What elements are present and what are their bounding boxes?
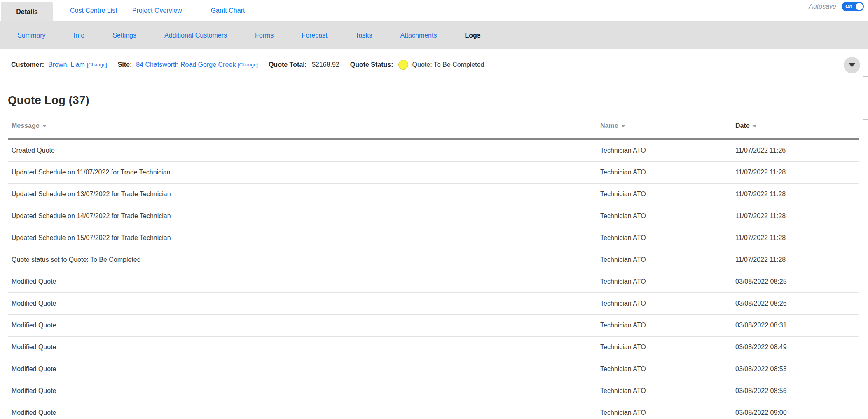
- column-header-message[interactable]: Message: [8, 122, 600, 129]
- sort-arrow-icon: [753, 125, 757, 127]
- cell-date: 11/07/2022 11:28: [735, 234, 859, 242]
- Technician ATO: Modified Quote Technician ATO 03/08/2022…: [8, 315, 859, 337]
- Technician ATO: Updated Schedule on 14/07/2022 for Trade…: [8, 205, 859, 227]
- quote-info-bar: Customer: Brown, Liam [Change] Site: 84 …: [0, 49, 868, 80]
- cell-message: Updated Schedule on 11/07/2022 for Trade…: [8, 169, 600, 176]
- cell-message: Modified Quote: [8, 278, 600, 285]
- quote-status-value: Quote: To Be Completed: [412, 61, 484, 68]
- table-header-row: Message Name Date: [8, 122, 859, 140]
- cell-name: Technician ATO: [600, 234, 735, 242]
- Technician ATO: Modified Quote Technician ATO 03/08/2022…: [8, 271, 859, 293]
- cell-name: Technician ATO: [600, 256, 735, 264]
- cell-date: 03/08/2022 09:00: [735, 409, 859, 417]
- column-header-date-label: Date: [735, 122, 750, 129]
- tab-project-overview[interactable]: Project Overview: [132, 0, 182, 21]
- quote-total-value: $2168.92: [312, 61, 339, 68]
- tab-cost-centre-list[interactable]: Cost Centre List: [70, 0, 117, 21]
- autosave-control: Autosave On: [809, 2, 864, 11]
- Technician ATO: Modified Quote Technician ATO 03/08/2022…: [8, 402, 859, 419]
- sort-arrow-icon: [42, 125, 47, 127]
- status-dot-icon: [398, 60, 408, 70]
- subtab-info[interactable]: Info: [73, 32, 84, 39]
- subtab-tasks[interactable]: Tasks: [356, 32, 372, 39]
- scrollbar-track[interactable]: [863, 75, 868, 419]
- page-title: Quote Log (37): [8, 93, 868, 107]
- cell-name: Technician ATO: [600, 344, 735, 351]
- cell-name: Technician ATO: [600, 409, 735, 417]
- cell-date: 03/08/2022 08:49: [735, 344, 859, 351]
- cell-name: Technician ATO: [600, 169, 735, 176]
- quote-total-label: Quote Total:: [269, 61, 307, 68]
- cell-date: 11/07/2022 11:28: [735, 256, 859, 264]
- cell-message: Modified Quote: [8, 300, 600, 307]
- Technician ATO: Modified Quote Technician ATO 03/08/2022…: [8, 337, 859, 358]
- subtab-settings[interactable]: Settings: [112, 32, 136, 39]
- cell-message: Modified Quote: [8, 365, 600, 373]
- Technician ATO: Modified Quote Technician ATO 03/08/2022…: [8, 380, 859, 402]
- autosave-state-label: On: [845, 4, 852, 9]
- quote-log-table: Message Name Date Created Quote Technici…: [8, 122, 859, 419]
- customer-link[interactable]: Brown, Liam: [48, 61, 85, 68]
- cell-name: Technician ATO: [600, 387, 735, 395]
- cell-message: Updated Schedule on 13/07/2022 for Trade…: [8, 191, 600, 198]
- quote-log-section: Quote Log (37) Message Name Date Created…: [0, 93, 868, 419]
- column-header-name-label: Name: [600, 122, 618, 129]
- tab-gantt-chart[interactable]: Gantt Chart: [211, 0, 245, 21]
- cell-name: Technician ATO: [600, 300, 735, 307]
- sub-tab-bar: SummaryInfoSettingsAdditional CustomersF…: [0, 21, 868, 49]
- cell-date: 03/08/2022 08:53: [735, 365, 859, 373]
- Technician ATO: Modified Quote Technician ATO 03/08/2022…: [8, 358, 859, 380]
- subtab-forms[interactable]: Forms: [255, 32, 274, 39]
- subtab-forecast[interactable]: Forecast: [302, 32, 327, 39]
- cell-message: Modified Quote: [8, 409, 600, 417]
- quote-status-label: Quote Status:: [350, 61, 393, 68]
- Technician ATO: Quote status set to Quote: To Be Complet…: [8, 249, 859, 271]
- cell-date: 03/08/2022 08:56: [735, 387, 859, 395]
- scrollbar-thumb[interactable]: [863, 76, 868, 120]
- cell-date: 03/08/2022 08:31: [735, 322, 859, 329]
- cell-message: Updated Schedule on 14/07/2022 for Trade…: [8, 212, 600, 220]
- autosave-label: Autosave: [809, 3, 836, 10]
- cell-name: Technician ATO: [600, 191, 735, 198]
- column-header-date[interactable]: Date: [735, 122, 859, 129]
- site-change-link[interactable]: [Change]: [238, 62, 258, 68]
- column-header-name[interactable]: Name: [600, 122, 735, 129]
- subtab-summary[interactable]: Summary: [17, 32, 45, 39]
- cell-date: 03/08/2022 08:25: [735, 278, 859, 285]
- Technician ATO: Modified Quote Technician ATO 03/08/2022…: [8, 293, 859, 315]
- toggle-knob-icon: [856, 3, 863, 10]
- subtab-additional-customers[interactable]: Additional Customers: [164, 32, 227, 39]
- autosave-toggle[interactable]: On: [842, 2, 864, 11]
- site-label: Site:: [118, 61, 132, 68]
- collapse-panel-button[interactable]: [844, 57, 860, 73]
- cell-name: Technician ATO: [600, 212, 735, 220]
- top-tab-bar: DetailsCost Centre ListProject OverviewG…: [0, 0, 868, 21]
- customer-change-link[interactable]: [Change]: [87, 62, 107, 68]
- cell-message: Created Quote: [8, 147, 600, 154]
- Technician ATO: Updated Schedule on 15/07/2022 for Trade…: [8, 227, 859, 249]
- Technician ATO: Updated Schedule on 13/07/2022 for Trade…: [8, 184, 859, 205]
- subtab-logs[interactable]: Logs: [465, 32, 480, 39]
- cell-date: 11/07/2022 11:28: [735, 191, 859, 198]
- customer-label: Customer:: [11, 61, 44, 68]
- cell-name: Technician ATO: [600, 278, 735, 285]
- cell-name: Technician ATO: [600, 147, 735, 154]
- Technician ATO: Updated Schedule on 11/07/2022 for Trade…: [8, 162, 859, 184]
- cell-name: Technician ATO: [600, 365, 735, 373]
- column-header-message-label: Message: [12, 122, 40, 129]
- tab-details[interactable]: Details: [1, 2, 53, 21]
- cell-message: Modified Quote: [8, 322, 600, 329]
- cell-date: 03/08/2022 08:26: [735, 300, 859, 307]
- cell-message: Quote status set to Quote: To Be Complet…: [8, 256, 600, 264]
- cell-date: 11/07/2022 11:28: [735, 212, 859, 220]
- chevron-down-icon: [849, 63, 855, 67]
- cell-name: Technician ATO: [600, 322, 735, 329]
- subtab-attachments[interactable]: Attachments: [400, 32, 437, 39]
- cell-message: Modified Quote: [8, 344, 600, 351]
- cell-message: Updated Schedule on 15/07/2022 for Trade…: [8, 234, 600, 242]
- sort-arrow-icon: [621, 125, 625, 127]
- site-link[interactable]: 84 Chatsworth Road Gorge Creek: [136, 61, 236, 68]
- cell-date: 11/07/2022 11:26: [735, 147, 859, 154]
- cell-date: 11/07/2022 11:28: [735, 169, 859, 176]
- Technician ATO: Created Quote Technician ATO 11/07/2022 …: [8, 140, 859, 162]
